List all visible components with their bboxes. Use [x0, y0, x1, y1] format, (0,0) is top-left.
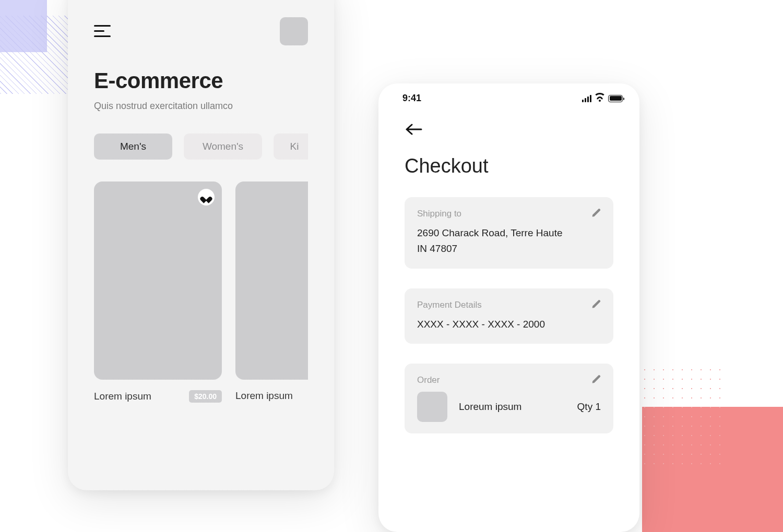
order-item-name: Loreum ipsum	[459, 401, 566, 413]
product-image-placeholder	[94, 182, 222, 380]
payment-value: XXXX - XXXX - XXXX - 2000	[417, 317, 601, 332]
edit-shipping-button[interactable]	[591, 208, 602, 218]
pencil-icon	[591, 208, 602, 218]
signal-icon	[582, 95, 591, 102]
payment-label: Payment Details	[417, 300, 601, 310]
order-item-qty: Qty 1	[577, 401, 601, 413]
edit-order-button[interactable]	[591, 374, 602, 384]
page-subtitle: Quis nostrud exercitation ullamco	[94, 101, 308, 112]
shipping-label: Shipping to	[417, 209, 601, 219]
product-price-badge: $20.00	[189, 390, 222, 403]
menu-icon[interactable]	[94, 25, 111, 38]
order-item-row: Loreum ipsum Qty 1	[417, 392, 601, 422]
battery-icon	[608, 95, 623, 102]
order-card: Order Loreum ipsum Qty 1	[405, 364, 613, 433]
category-tabs: Men's Women's Ki	[94, 134, 308, 160]
tab-kids[interactable]: Ki	[274, 134, 308, 160]
page-title: Checkout	[405, 155, 613, 177]
product-list: Lorem ipsum $20.00 Lorem ipsum	[94, 182, 308, 403]
status-bar: 9:41	[68, 0, 334, 3]
status-bar: 9:41	[378, 83, 639, 107]
order-label: Order	[417, 375, 601, 385]
status-time: 9:41	[402, 93, 421, 104]
wifi-icon	[595, 95, 604, 102]
edit-payment-button[interactable]	[591, 299, 602, 309]
status-indicators	[582, 95, 623, 102]
phone-screen-checkout: 9:41 Checkout Shipping to 2690 Charack R…	[378, 83, 639, 532]
tab-mens[interactable]: Men's	[94, 134, 172, 160]
payment-card: Payment Details XXXX - XXXX - XXXX - 200…	[405, 288, 613, 344]
tab-womens[interactable]: Women's	[184, 134, 262, 160]
product-card[interactable]: Lorem ipsum	[235, 182, 308, 403]
order-item-thumbnail	[417, 392, 447, 422]
back-button[interactable]	[405, 123, 422, 136]
product-name: Lorem ipsum	[94, 391, 151, 402]
decorative-hatching	[0, 16, 78, 94]
favorite-button[interactable]	[198, 189, 215, 205]
pencil-icon	[591, 374, 602, 384]
shipping-card: Shipping to 2690 Charack Road, Terre Hau…	[405, 197, 613, 269]
arrow-left-icon	[405, 123, 422, 136]
avatar-placeholder[interactable]	[280, 17, 308, 45]
phone-screen-home: 9:41 E-commerce Quis nostrud exercitatio…	[68, 0, 334, 490]
product-name: Lorem ipsum	[235, 390, 293, 402]
pencil-icon	[591, 299, 602, 309]
shipping-address-line1: 2690 Charack Road, Terre Haute	[417, 225, 601, 241]
heart-icon	[203, 194, 210, 200]
page-title: E-commerce	[94, 68, 308, 93]
product-image-placeholder	[235, 182, 308, 380]
product-card[interactable]: Lorem ipsum $20.00	[94, 182, 222, 403]
shipping-address-line2: IN 47807	[417, 241, 601, 257]
